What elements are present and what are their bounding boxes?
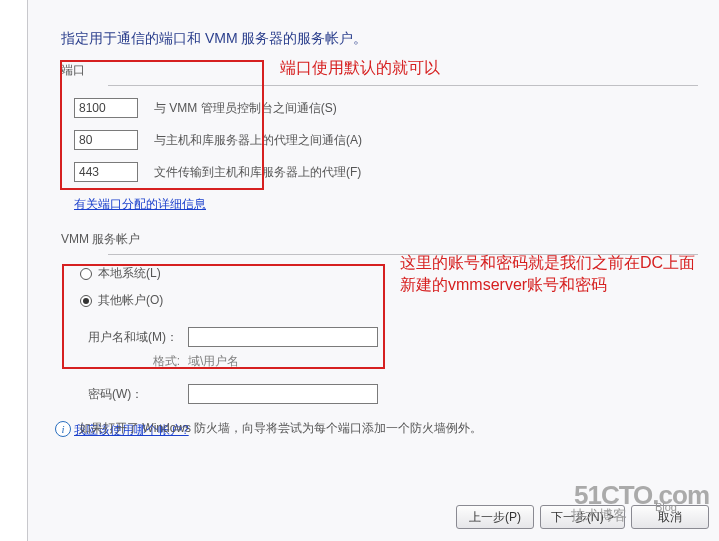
wizard-content: 指定用于通信的端口和 VMM 服务器的服务帐户。 端口 与 VMM 管理员控制台… — [36, 0, 716, 450]
port-input-file[interactable] — [74, 162, 138, 182]
format-hint-label: 格式: — [88, 353, 188, 370]
radio-icon — [80, 268, 92, 280]
port-input-agent[interactable] — [74, 130, 138, 150]
port-row-file: 文件传输到主机和库服务器上的代理(F) — [74, 162, 716, 182]
port-label-agent: 与主机和库服务器上的代理之间通信(A) — [154, 132, 362, 149]
service-account-section: VMM 服务帐户 本地系统(L) 其他帐户(O) 用户名和域(M)： 格式: 域… — [36, 231, 716, 439]
firewall-hint-text: 如果打开了 Windows 防火墙，向导将尝试为每个端口添加一个防火墙例外。 — [79, 420, 482, 437]
port-label-console: 与 VMM 管理员控制台之间通信(S) — [154, 100, 337, 117]
password-label: 密码(W)： — [88, 386, 188, 403]
info-icon: i — [55, 421, 71, 437]
radio-label-local: 本地系统(L) — [98, 265, 161, 282]
back-button[interactable]: 上一步(P) — [456, 505, 534, 529]
port-row-agent: 与主机和库服务器上的代理之间通信(A) — [74, 130, 716, 150]
watermark-small: 技术博客 — [571, 507, 627, 525]
vmm-config-dialog: 指定用于通信的端口和 VMM 服务器的服务帐户。 端口 与 VMM 管理员控制台… — [0, 0, 719, 541]
port-help-link[interactable]: 有关端口分配的详细信息 — [74, 196, 206, 213]
username-field[interactable] — [188, 327, 378, 347]
username-row: 用户名和域(M)： — [88, 327, 716, 347]
password-row: 密码(W)： — [88, 384, 716, 404]
radio-local-system[interactable]: 本地系统(L) — [80, 265, 716, 282]
firewall-hint-row: i 如果打开了 Windows 防火墙，向导将尝试为每个端口添加一个防火墙例外。 — [55, 420, 482, 437]
password-field[interactable] — [188, 384, 378, 404]
port-group-label: 端口 — [61, 62, 716, 79]
format-hint-value: 域\用户名 — [188, 353, 239, 370]
divider — [108, 85, 698, 86]
page-title: 指定用于通信的端口和 VMM 服务器的服务帐户。 — [61, 30, 716, 48]
radio-icon — [80, 295, 92, 307]
username-label: 用户名和域(M)： — [88, 329, 188, 346]
format-hint-row: 格式: 域\用户名 — [88, 353, 716, 370]
divider — [108, 254, 698, 255]
service-account-title: VMM 服务帐户 — [61, 231, 716, 248]
port-label-file: 文件传输到主机和库服务器上的代理(F) — [154, 164, 361, 181]
port-input-console[interactable] — [74, 98, 138, 118]
radio-label-other: 其他帐户(O) — [98, 292, 163, 309]
wizard-sidebar — [0, 0, 28, 541]
radio-other-account[interactable]: 其他帐户(O) — [80, 292, 716, 309]
port-row-console: 与 VMM 管理员控制台之间通信(S) — [74, 98, 716, 118]
watermark-tiny1: Blog — [655, 501, 677, 513]
